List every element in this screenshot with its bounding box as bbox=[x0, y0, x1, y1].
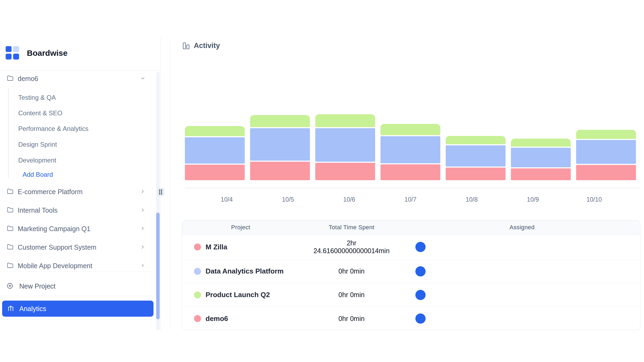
assigned-cell bbox=[404, 313, 640, 324]
time-cell: 2hr24.616000000000014min bbox=[299, 239, 404, 255]
project-name: Data Analytics Platform bbox=[206, 267, 284, 275]
section-title: Activity bbox=[194, 42, 220, 50]
project-color-dot bbox=[194, 243, 201, 250]
time-line: 2hr bbox=[299, 239, 404, 247]
chart-bar bbox=[315, 114, 375, 180]
time-cell: 0hr 0min bbox=[299, 291, 404, 299]
project-name: Product Launch Q2 bbox=[206, 291, 270, 299]
board-label: Content & SEO bbox=[18, 109, 62, 117]
add-board-button[interactable]: Add Board bbox=[0, 169, 156, 180]
new-project-button[interactable]: New Project bbox=[0, 280, 156, 292]
sidebar-board-item[interactable]: Design Sprint bbox=[0, 138, 156, 150]
chart-bar-segment-m-zilla bbox=[511, 168, 571, 180]
table-row: M Zilla2hr24.616000000000014min bbox=[182, 235, 640, 260]
app-title: Boardwise bbox=[27, 49, 68, 58]
sidebar-board-item[interactable]: Development bbox=[0, 154, 156, 166]
chart-bar-segment-product-launch-q2 bbox=[250, 115, 310, 127]
circle-plus-icon bbox=[7, 283, 13, 289]
logo-square bbox=[13, 54, 19, 60]
project-label: Marketing Campaign Q1 bbox=[18, 225, 90, 233]
assigned-avatar bbox=[415, 313, 426, 324]
sidebar-project-demo6[interactable]: demo6 bbox=[0, 72, 156, 84]
time-line: 0hr 0min bbox=[299, 291, 404, 299]
table-body: M Zilla2hr24.616000000000014minData Anal… bbox=[182, 235, 640, 330]
sidebar-item-analytics[interactable]: Analytics bbox=[2, 301, 153, 317]
logo-square bbox=[6, 46, 12, 52]
divider bbox=[0, 71, 160, 71]
sidebar-project-item[interactable]: Marketing Campaign Q1 bbox=[0, 223, 156, 234]
column-header-project: Project bbox=[182, 224, 299, 231]
assigned-avatar bbox=[415, 266, 426, 276]
chevron-right-icon bbox=[140, 244, 145, 250]
chart-bar bbox=[511, 139, 571, 180]
table-row: Product Launch Q20hr 0min bbox=[182, 283, 640, 307]
chevron-right-icon bbox=[140, 207, 145, 213]
divider bbox=[0, 296, 154, 296]
x-axis-label: 10/8 bbox=[466, 196, 478, 203]
assigned-cell bbox=[404, 290, 640, 300]
chart-bar-segment-data-analytics-platform bbox=[315, 128, 375, 162]
x-axis-labels: 10/410/510/610/710/810/910/10 bbox=[185, 196, 641, 204]
column-header-time: Total Time Spent bbox=[299, 224, 404, 231]
project-cell: demo6 bbox=[182, 315, 299, 323]
sidebar-board-item[interactable]: Testing & QA bbox=[0, 91, 156, 103]
project-name: demo6 bbox=[206, 315, 228, 323]
project-name: M Zilla bbox=[206, 243, 227, 251]
time-table-card: Project Total Time Spent Assigned M Zill… bbox=[182, 220, 641, 330]
time-line: 24.616000000000014min bbox=[299, 247, 404, 255]
chart-bar-segment-data-analytics-platform bbox=[250, 128, 310, 161]
logo-square bbox=[6, 54, 12, 60]
chart-bar bbox=[185, 126, 245, 180]
time-cell: 0hr 0min bbox=[299, 315, 404, 323]
table-row: demo60hr 0min bbox=[182, 307, 640, 330]
divider bbox=[0, 319, 160, 319]
assigned-avatar bbox=[415, 242, 426, 252]
chart-bar-segment-data-analytics-platform bbox=[511, 148, 571, 167]
sidebar-project-item[interactable]: Mobile App Development bbox=[0, 260, 156, 271]
bar-chart-icon bbox=[182, 42, 190, 50]
board-label: Design Sprint bbox=[18, 141, 57, 148]
chart-bar-segment-m-zilla bbox=[185, 165, 245, 180]
folder-icon bbox=[7, 262, 13, 269]
folder-icon bbox=[7, 188, 13, 195]
chevron-right-icon bbox=[140, 226, 145, 231]
x-axis-label: 10/6 bbox=[343, 196, 355, 203]
chevron-right-icon bbox=[140, 189, 145, 194]
sidebar-scrollbar-thumb[interactable] bbox=[156, 213, 160, 319]
chart-bar-segment-product-launch-q2 bbox=[380, 124, 440, 135]
activity-chart bbox=[185, 107, 641, 180]
chevron-down-icon bbox=[140, 76, 145, 81]
chart-bar-segment-m-zilla bbox=[315, 163, 375, 180]
chart-bar bbox=[446, 136, 506, 180]
sidebar-project-item[interactable]: E-commerce Platform bbox=[0, 186, 156, 197]
x-axis-line bbox=[185, 188, 640, 188]
project-color-dot bbox=[194, 291, 201, 298]
project-label: E-commerce Platform bbox=[18, 188, 83, 196]
column-header-assigned: Assigned bbox=[404, 224, 640, 231]
sidebar-board-item[interactable]: Content & SEO bbox=[0, 107, 156, 119]
assigned-avatar bbox=[415, 290, 426, 300]
project-label: demo6 bbox=[18, 75, 38, 83]
x-axis-label: 10/7 bbox=[404, 196, 416, 203]
assigned-cell bbox=[404, 266, 640, 276]
sidebar-project-item[interactable]: Customer Support System bbox=[0, 241, 156, 253]
folder-icon bbox=[7, 244, 13, 250]
content-divider-line bbox=[170, 38, 170, 330]
sidebar-project-item[interactable]: Internal Tools bbox=[0, 204, 156, 216]
add-board-label: Add Board bbox=[23, 171, 53, 178]
project-color-dot bbox=[194, 268, 201, 275]
divider bbox=[2, 272, 153, 272]
chart-bar-segment-m-zilla bbox=[446, 168, 506, 180]
folder-icon bbox=[7, 207, 13, 213]
x-axis-label: 10/10 bbox=[586, 196, 602, 203]
assigned-cell bbox=[404, 242, 640, 252]
project-cell: Product Launch Q2 bbox=[182, 291, 299, 299]
table-row: Data Analytics Platform0hr 0min bbox=[182, 260, 640, 283]
x-axis-label: 10/9 bbox=[527, 196, 539, 203]
sidebar-board-item[interactable]: Performance & Analytics bbox=[0, 122, 156, 134]
analytics-label: Analytics bbox=[19, 305, 46, 313]
app-root: Boardwise demo6 Testing & QAContent & SE… bbox=[0, 0, 644, 362]
chart-bar-segment-data-analytics-platform bbox=[380, 136, 440, 163]
sidebar-resize-handle[interactable] bbox=[157, 188, 164, 196]
new-project-label: New Project bbox=[19, 282, 56, 290]
